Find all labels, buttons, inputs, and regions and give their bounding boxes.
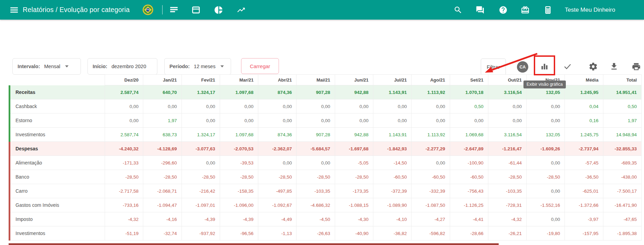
- value-cell: -96,56: [220, 226, 258, 241]
- annotation-highlight-box: [534, 55, 555, 75]
- value-cell: 0,00: [527, 156, 565, 170]
- value-cell: -689,35: [603, 156, 641, 170]
- value-cell: 0,00: [105, 114, 143, 128]
- value-cell: 1.070,18: [450, 85, 488, 99]
- download-button[interactable]: [609, 61, 619, 72]
- value-cell: 1,97: [603, 114, 641, 128]
- value-cell: 1.324,17: [181, 128, 220, 142]
- value-cell: 1,97: [143, 114, 181, 128]
- value-cell: -26,63: [297, 226, 335, 241]
- chat-icon[interactable]: [476, 6, 485, 14]
- app-window: Relatórios / Evolução por categoria: [0, 0, 644, 245]
- value-cell: 638,73: [143, 128, 181, 142]
- value-cell: 907,28: [297, 85, 335, 99]
- value-cell: -171,33: [105, 156, 143, 170]
- value-cell: 0,00: [335, 99, 373, 114]
- table-row: Investimentos-51,19-32,74-937,92-96,56-1…: [10, 226, 642, 241]
- category-label: Carro: [10, 184, 105, 198]
- value-cell: -1.096,00: [220, 198, 258, 212]
- list-view-icon[interactable]: [169, 6, 178, 14]
- value-cell: 0,00: [181, 114, 220, 128]
- value-cell: -39,53: [220, 156, 258, 170]
- value-cell: 0,00: [527, 212, 565, 226]
- value-cell: 1.143,91: [373, 128, 411, 142]
- account-name[interactable]: Teste Meu Dinheiro: [565, 0, 615, 20]
- value-cell: -28,50: [297, 170, 335, 184]
- value-cell: -36,50: [565, 170, 603, 184]
- value-cell: 0,04: [565, 99, 603, 114]
- settings-button[interactable]: [588, 61, 598, 72]
- value-cell: -1.087,50: [412, 198, 450, 212]
- hamburger-menu-icon[interactable]: [10, 6, 19, 14]
- inicio-input[interactable]: Início: dezembro 2020: [87, 58, 157, 75]
- value-cell: 0,00: [335, 114, 373, 128]
- value-cell: -60,50: [412, 170, 450, 184]
- column-header: Ago/21: [412, 75, 450, 85]
- avatar[interactable]: CA: [517, 61, 528, 73]
- table-row: Investimentos2.587,74638,731.324,171.097…: [10, 128, 642, 142]
- value-cell: -26,21: [488, 226, 526, 241]
- value-cell: -4,10: [373, 212, 411, 226]
- value-cell: -296,60: [143, 156, 181, 170]
- table-row: Alimentação-171,33-296,600,00-39,530,000…: [10, 156, 642, 170]
- value-cell: -497,85: [258, 184, 297, 198]
- periodo-select[interactable]: Período: 12 meses: [164, 58, 231, 75]
- help-icon[interactable]: [499, 6, 508, 14]
- evolution-table: Dez/20Jan/21Fev/21Mar/21Abr/21Mai/21Jun/…: [9, 74, 642, 241]
- value-cell: -28,50: [488, 170, 526, 184]
- carregar-button[interactable]: Carregar: [241, 58, 279, 74]
- column-header: Jun/21: [335, 75, 373, 85]
- trend-view-icon[interactable]: [237, 6, 246, 14]
- category-label: Banco: [10, 170, 105, 184]
- card-view-icon[interactable]: [191, 6, 200, 14]
- column-header: Abr/21: [258, 75, 297, 85]
- value-cell: 0,50: [603, 99, 641, 114]
- column-header-blank: [10, 75, 105, 85]
- intervalo-value: Mensal: [44, 64, 60, 69]
- pie-chart-view-icon[interactable]: [214, 6, 223, 14]
- value-cell: -1.092,67: [258, 198, 297, 212]
- table-row: Banco-28,50-28,50-28,50-28,50-28,50-28,5…: [10, 170, 642, 184]
- value-cell: 640,70: [143, 85, 181, 99]
- value-cell: -100,90: [450, 156, 488, 170]
- value-cell: 0,00: [181, 156, 220, 170]
- category-label: Estorno: [10, 114, 105, 128]
- value-cell: -4.686,32: [297, 198, 335, 212]
- value-cell: 0,00: [412, 114, 450, 128]
- value-cell: -103,35: [488, 184, 526, 198]
- value-cell: -4,30: [335, 212, 373, 226]
- value-cell: -2.737,94: [565, 142, 603, 156]
- value-cell: -4,49: [258, 212, 297, 226]
- table-row: Imposto-4,32-4,16-4,39-4,39-4,49-4,50-4,…: [10, 212, 642, 226]
- table-row: Carro-2.717,58-2.068,71-216,42-158,35-49…: [10, 184, 642, 198]
- search-icon[interactable]: [454, 6, 463, 14]
- table-row: Cashback0,000,000,000,000,000,000,000,00…: [10, 99, 642, 114]
- value-cell: -2.070,53: [220, 142, 258, 156]
- value-cell: -596,82: [412, 226, 450, 241]
- column-header: Out/21: [488, 75, 526, 85]
- column-header: Jan/21: [143, 75, 181, 85]
- value-cell: -756,43: [450, 184, 488, 198]
- calculator-icon[interactable]: [543, 6, 552, 14]
- filtrar-button[interactable]: Filtrar: [481, 58, 506, 75]
- value-cell: 0,00: [412, 99, 450, 114]
- page-title: Relatórios / Evolução por categoria: [23, 0, 130, 20]
- tooltip: Exibir visão gráfica: [523, 81, 566, 88]
- gift-icon[interactable]: [521, 6, 530, 14]
- value-cell: -19,80: [527, 226, 565, 241]
- category-label: Despesas: [10, 142, 105, 156]
- value-cell: 0,00: [373, 114, 411, 128]
- value-cell: -2.277,29: [412, 142, 450, 156]
- print-button[interactable]: [631, 61, 641, 72]
- confirm-button[interactable]: [562, 61, 573, 72]
- value-cell: 0,00: [527, 114, 565, 128]
- value-cell: -1.089,90: [373, 198, 411, 212]
- top-bar: Relatórios / Evolução por categoria: [0, 0, 644, 20]
- value-cell: -28,50: [105, 170, 143, 184]
- category-label: Gastos com Imóveis: [10, 198, 105, 212]
- column-header: Total: [603, 75, 641, 85]
- value-cell: 0,00: [258, 156, 297, 170]
- value-cell: -47,65: [603, 212, 641, 226]
- value-cell: -625,01: [565, 184, 603, 198]
- intervalo-select[interactable]: Intervalo: Mensal: [12, 58, 81, 75]
